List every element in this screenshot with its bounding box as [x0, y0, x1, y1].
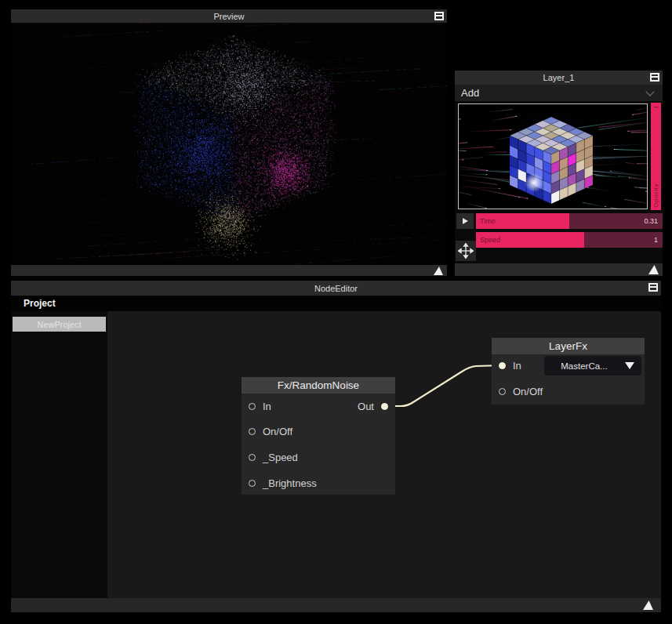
play-icon [463, 218, 468, 224]
port-label-out: Out [358, 401, 374, 412]
add-dropdown[interactable]: Add [455, 85, 663, 101]
port-label-onoff: On/Off [263, 426, 292, 437]
speed-slider[interactable]: Speed 1 [476, 232, 663, 248]
sidebar-tab-newproject[interactable]: NewProject [13, 317, 106, 332]
port-label-onoff: On/Off [513, 386, 543, 397]
node-layerfx[interactable]: LayerFx In MasterCa... On/Off [492, 338, 645, 405]
node-header[interactable]: LayerFx [492, 338, 645, 354]
editor-bottom-bar [11, 598, 661, 612]
dropdown-arrow-icon [625, 362, 634, 369]
window-icon[interactable] [648, 283, 658, 292]
window-icon[interactable] [650, 73, 659, 82]
input-port-in[interactable] [249, 403, 256, 410]
port-label-brightness: _Brightness [263, 477, 317, 489]
node-canvas[interactable]: Fx/RandomNoise In Out On/Off _Speed [107, 311, 661, 598]
layer-thumbnail-canvas [459, 104, 647, 209]
time-slider-label: Time [480, 217, 496, 225]
node-editor-title: NodeEditor [314, 284, 358, 293]
layer-thumbnail [458, 103, 648, 209]
node-header[interactable]: Fx/RandomNoise [242, 377, 395, 394]
preview-canvas [11, 23, 447, 265]
resize-handle-icon[interactable] [643, 600, 653, 610]
opacity-value: 1 [652, 105, 659, 109]
preview-title: Preview [213, 12, 244, 21]
resize-handle-icon[interactable] [648, 265, 659, 274]
window-icon[interactable] [434, 12, 444, 20]
preview-titlebar[interactable]: Preview [11, 9, 447, 23]
camera-dropdown[interactable]: MasterCa... [544, 356, 641, 375]
preview-bottom-strip [11, 265, 447, 276]
output-port-out[interactable] [381, 403, 388, 410]
input-port-in[interactable] [499, 362, 506, 369]
layer-title: Layer_1 [543, 73, 575, 82]
layer-content: 1 Opacity Time 0.31 Speed 1 [455, 101, 663, 263]
port-label-speed: _Speed [263, 452, 298, 463]
menubar: Project [11, 296, 661, 311]
node-editor-titlebar[interactable]: NodeEditor [11, 281, 661, 296]
layer-bottom-strip [455, 263, 663, 276]
layer-panel: Layer_1 Add 1 Opacity Time 0.31 Speed 1 [455, 71, 663, 276]
node-title: Fx/RandomNoise [278, 379, 359, 391]
move-icon [458, 243, 474, 259]
speed-slider-label: Speed [480, 236, 500, 244]
add-dropdown-label: Add [461, 87, 479, 99]
time-slider-value: 0.31 [644, 217, 658, 225]
port-label-in: In [263, 401, 271, 412]
input-port-brightness[interactable] [249, 480, 256, 487]
node-fx-randomnoise[interactable]: Fx/RandomNoise In Out On/Off _Speed [242, 377, 395, 495]
camera-dropdown-value: MasterCa... [561, 361, 624, 371]
input-port-speed[interactable] [249, 454, 256, 461]
menu-project[interactable]: Project [24, 298, 56, 309]
port-label-in: In [513, 360, 521, 372]
project-sidebar: NewProject [11, 311, 107, 598]
preview-panel: Preview [11, 9, 447, 276]
input-port-onoff[interactable] [249, 428, 256, 435]
play-button[interactable] [456, 213, 474, 229]
chevron-down-icon [645, 87, 654, 96]
speed-slider-value: 1 [654, 236, 658, 244]
opacity-slider[interactable]: 1 Opacity [651, 103, 661, 210]
resize-handle-icon[interactable] [434, 267, 443, 275]
time-slider[interactable]: Time 0.31 [476, 213, 663, 229]
pan-handle[interactable] [456, 241, 476, 261]
node-title: LayerFx [549, 340, 587, 352]
wire-path[interactable] [384, 365, 503, 406]
layer-titlebar[interactable]: Layer_1 [455, 71, 663, 85]
input-port-onoff[interactable] [499, 388, 506, 395]
node-editor-panel: NodeEditor Project NewProject Fx/RandomN… [11, 281, 661, 612]
opacity-label: Opacity [652, 183, 659, 208]
